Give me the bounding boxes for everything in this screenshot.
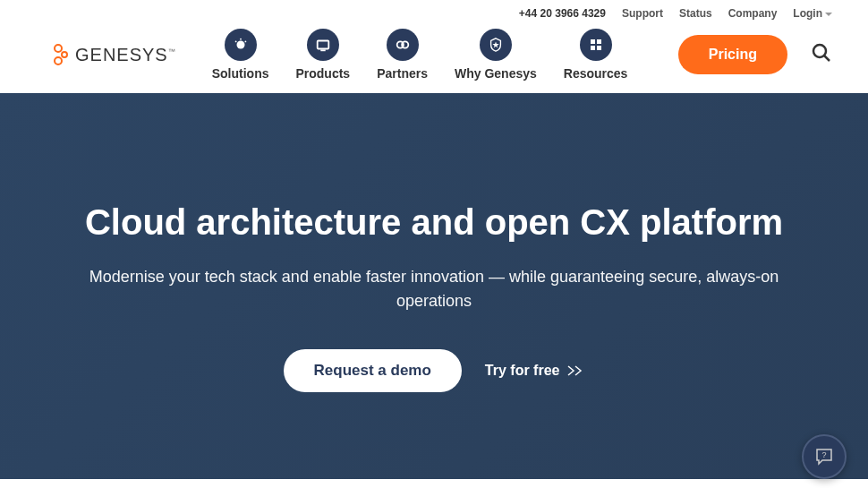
svg-point-2 (55, 57, 62, 64)
nav-label: Partners (377, 66, 428, 81)
svg-point-5 (234, 41, 236, 43)
svg-rect-13 (591, 46, 595, 50)
support-link[interactable]: Support (622, 7, 663, 20)
chat-icon: ? (813, 445, 836, 468)
nav-label: Products (295, 66, 350, 81)
grid-icon (580, 29, 612, 61)
chat-widget-button[interactable]: ? (802, 434, 847, 479)
svg-text:?: ? (821, 450, 826, 459)
monitor-icon (307, 29, 339, 61)
hero-title: Cloud architecture and open CX platform (54, 201, 814, 244)
svg-point-4 (240, 39, 242, 40)
request-demo-button[interactable]: Request a demo (284, 349, 462, 392)
svg-rect-11 (591, 39, 595, 44)
nav-items: Solutions Products Partners Why Genesys … (212, 29, 657, 81)
logo-text: GENESYS™ (75, 45, 176, 65)
try-free-link[interactable]: Try for free (485, 363, 585, 379)
chevron-down-icon (825, 13, 832, 16)
hero-cta-row: Request a demo Try for free (54, 349, 814, 392)
svg-point-6 (244, 41, 246, 43)
svg-point-1 (62, 52, 67, 57)
hero-section: Cloud architecture and open CX platform … (0, 93, 868, 479)
nav-resources[interactable]: Resources (564, 29, 628, 81)
nav-label: Why Genesys (455, 66, 537, 81)
svg-point-0 (55, 45, 62, 52)
search-icon[interactable] (811, 42, 832, 67)
svg-rect-12 (597, 39, 601, 44)
svg-point-15 (813, 45, 826, 57)
nav-label: Resources (564, 66, 628, 81)
svg-line-16 (824, 56, 830, 61)
link-icon (387, 29, 419, 61)
nav-partners[interactable]: Partners (377, 29, 428, 81)
svg-rect-14 (597, 46, 601, 50)
forward-icon (566, 364, 584, 377)
lightbulb-icon (225, 29, 257, 61)
phone-number[interactable]: +44 20 3966 4329 (519, 7, 606, 20)
company-link[interactable]: Company (728, 7, 778, 20)
main-navigation: GENESYS™ Solutions Products Partners Why (0, 23, 868, 93)
svg-point-3 (236, 41, 244, 49)
pricing-button[interactable]: Pricing (678, 35, 787, 74)
nav-solutions[interactable]: Solutions (212, 29, 269, 81)
login-link[interactable]: Login (793, 7, 832, 20)
hero-subtitle: Modernise your tech stack and enable fas… (54, 265, 814, 313)
svg-rect-7 (318, 41, 329, 49)
try-free-label: Try for free (485, 363, 560, 379)
shield-star-icon (480, 29, 512, 61)
status-link[interactable]: Status (679, 7, 712, 20)
top-utility-bar: +44 20 3966 4329 Support Status Company … (0, 0, 868, 23)
logo[interactable]: GENESYS™ (54, 44, 176, 65)
logo-icon (54, 44, 70, 65)
nav-why-genesys[interactable]: Why Genesys (455, 29, 537, 81)
nav-products[interactable]: Products (295, 29, 350, 81)
nav-label: Solutions (212, 66, 269, 81)
